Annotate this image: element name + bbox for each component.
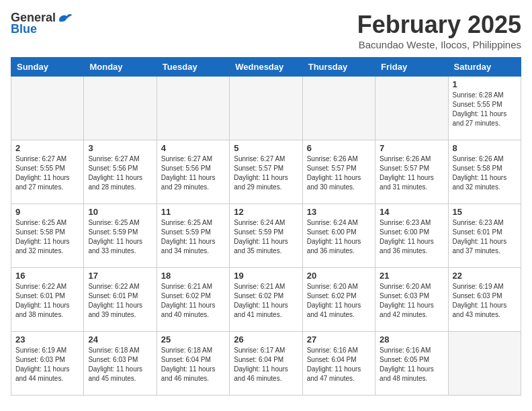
day-info: Sunrise: 6:25 AM Sunset: 5:59 PM Dayligh… xyxy=(161,218,225,256)
day-info: Sunrise: 6:16 AM Sunset: 6:05 PM Dayligh… xyxy=(380,346,443,383)
calendar-cell xyxy=(375,77,448,140)
calendar-cell xyxy=(302,77,375,140)
day-number: 13 xyxy=(307,207,371,217)
header: General Blue February 2025 Bacundao West… xyxy=(11,11,521,50)
calendar-cell: 5Sunrise: 6:27 AM Sunset: 5:57 PM Daylig… xyxy=(230,140,302,204)
calendar-header-saturday: Saturday xyxy=(448,58,521,77)
day-info: Sunrise: 6:23 AM Sunset: 6:00 PM Dayligh… xyxy=(380,218,443,256)
calendar-header-friday: Friday xyxy=(375,58,448,77)
day-info: Sunrise: 6:22 AM Sunset: 6:01 PM Dayligh… xyxy=(15,282,79,320)
calendar-cell: 22Sunrise: 6:19 AM Sunset: 6:03 PM Dayli… xyxy=(448,268,521,332)
calendar-cell: 18Sunrise: 6:21 AM Sunset: 6:02 PM Dayli… xyxy=(157,268,229,332)
calendar-cell xyxy=(448,332,521,396)
day-number: 10 xyxy=(88,207,152,217)
day-number: 23 xyxy=(15,334,79,345)
day-number: 8 xyxy=(453,143,517,153)
day-info: Sunrise: 6:19 AM Sunset: 6:03 PM Dayligh… xyxy=(453,282,517,320)
calendar-cell: 3Sunrise: 6:27 AM Sunset: 5:56 PM Daylig… xyxy=(84,140,157,204)
day-number: 20 xyxy=(307,271,371,281)
day-number: 9 xyxy=(15,207,79,217)
logo-bird-icon xyxy=(57,11,73,25)
day-info: Sunrise: 6:18 AM Sunset: 6:03 PM Dayligh… xyxy=(88,346,152,383)
logo-area: General Blue xyxy=(11,11,73,36)
day-info: Sunrise: 6:22 AM Sunset: 6:01 PM Dayligh… xyxy=(88,282,152,320)
day-number: 28 xyxy=(380,334,443,345)
calendar-cell: 14Sunrise: 6:23 AM Sunset: 6:00 PM Dayli… xyxy=(375,204,448,268)
day-info: Sunrise: 6:26 AM Sunset: 5:57 PM Dayligh… xyxy=(380,154,443,192)
calendar-cell: 15Sunrise: 6:23 AM Sunset: 6:01 PM Dayli… xyxy=(448,204,521,268)
day-number: 14 xyxy=(380,207,443,217)
calendar-cell: 12Sunrise: 6:24 AM Sunset: 5:59 PM Dayli… xyxy=(230,204,302,268)
calendar-week-3: 9Sunrise: 6:25 AM Sunset: 5:58 PM Daylig… xyxy=(11,204,521,268)
day-info: Sunrise: 6:25 AM Sunset: 5:59 PM Dayligh… xyxy=(88,218,152,256)
calendar-cell: 24Sunrise: 6:18 AM Sunset: 6:03 PM Dayli… xyxy=(84,332,157,396)
calendar-cell: 4Sunrise: 6:27 AM Sunset: 5:56 PM Daylig… xyxy=(157,140,229,204)
calendar-header-row: SundayMondayTuesdayWednesdayThursdayFrid… xyxy=(11,58,521,77)
calendar-cell: 13Sunrise: 6:24 AM Sunset: 6:00 PM Dayli… xyxy=(302,204,375,268)
location: Bacundao Weste, Ilocos, Philippines xyxy=(357,39,521,50)
day-info: Sunrise: 6:28 AM Sunset: 5:55 PM Dayligh… xyxy=(453,91,517,128)
day-info: Sunrise: 6:19 AM Sunset: 6:03 PM Dayligh… xyxy=(15,346,79,383)
day-info: Sunrise: 6:21 AM Sunset: 6:02 PM Dayligh… xyxy=(161,282,225,320)
day-number: 24 xyxy=(88,334,152,345)
day-number: 19 xyxy=(234,271,298,281)
calendar-week-2: 2Sunrise: 6:27 AM Sunset: 5:55 PM Daylig… xyxy=(11,140,521,204)
day-info: Sunrise: 6:27 AM Sunset: 5:56 PM Dayligh… xyxy=(88,154,152,192)
calendar-cell: 17Sunrise: 6:22 AM Sunset: 6:01 PM Dayli… xyxy=(84,268,157,332)
day-info: Sunrise: 6:20 AM Sunset: 6:03 PM Dayligh… xyxy=(380,282,443,320)
calendar-week-1: 1Sunrise: 6:28 AM Sunset: 5:55 PM Daylig… xyxy=(11,77,521,140)
month-year: February 2025 xyxy=(357,11,521,39)
day-number: 5 xyxy=(234,143,298,153)
day-number: 1 xyxy=(453,79,517,89)
day-info: Sunrise: 6:27 AM Sunset: 5:56 PM Dayligh… xyxy=(161,154,225,192)
day-number: 15 xyxy=(453,207,517,217)
calendar-cell: 27Sunrise: 6:16 AM Sunset: 6:04 PM Dayli… xyxy=(302,332,375,396)
calendar-cell xyxy=(11,77,84,140)
calendar-week-5: 23Sunrise: 6:19 AM Sunset: 6:03 PM Dayli… xyxy=(11,332,521,396)
day-number: 12 xyxy=(234,207,298,217)
calendar-cell: 1Sunrise: 6:28 AM Sunset: 5:55 PM Daylig… xyxy=(448,77,521,140)
calendar-cell: 26Sunrise: 6:17 AM Sunset: 6:04 PM Dayli… xyxy=(230,332,302,396)
day-info: Sunrise: 6:16 AM Sunset: 6:04 PM Dayligh… xyxy=(307,346,371,383)
calendar-cell xyxy=(84,77,157,140)
day-number: 2 xyxy=(15,143,79,153)
day-number: 6 xyxy=(307,143,371,153)
logo-blue-text: Blue xyxy=(11,22,37,36)
calendar-cell: 28Sunrise: 6:16 AM Sunset: 6:05 PM Dayli… xyxy=(375,332,448,396)
day-info: Sunrise: 6:27 AM Sunset: 5:57 PM Dayligh… xyxy=(234,154,298,192)
calendar: SundayMondayTuesdayWednesdayThursdayFrid… xyxy=(11,57,521,396)
calendar-cell: 2Sunrise: 6:27 AM Sunset: 5:55 PM Daylig… xyxy=(11,140,84,204)
calendar-header-wednesday: Wednesday xyxy=(230,58,302,77)
calendar-cell: 23Sunrise: 6:19 AM Sunset: 6:03 PM Dayli… xyxy=(11,332,84,396)
calendar-cell: 20Sunrise: 6:20 AM Sunset: 6:02 PM Dayli… xyxy=(302,268,375,332)
day-number: 4 xyxy=(161,143,225,153)
day-number: 16 xyxy=(15,271,79,281)
calendar-header-thursday: Thursday xyxy=(302,58,375,77)
calendar-cell xyxy=(230,77,302,140)
calendar-cell: 8Sunrise: 6:26 AM Sunset: 5:58 PM Daylig… xyxy=(448,140,521,204)
day-number: 21 xyxy=(380,271,443,281)
day-info: Sunrise: 6:26 AM Sunset: 5:58 PM Dayligh… xyxy=(453,154,517,192)
calendar-cell: 7Sunrise: 6:26 AM Sunset: 5:57 PM Daylig… xyxy=(375,140,448,204)
day-number: 18 xyxy=(161,271,225,281)
calendar-cell: 6Sunrise: 6:26 AM Sunset: 5:57 PM Daylig… xyxy=(302,140,375,204)
calendar-cell: 10Sunrise: 6:25 AM Sunset: 5:59 PM Dayli… xyxy=(84,204,157,268)
calendar-header-monday: Monday xyxy=(84,58,157,77)
day-info: Sunrise: 6:25 AM Sunset: 5:58 PM Dayligh… xyxy=(15,218,79,256)
calendar-cell: 9Sunrise: 6:25 AM Sunset: 5:58 PM Daylig… xyxy=(11,204,84,268)
calendar-header-tuesday: Tuesday xyxy=(157,58,229,77)
day-number: 22 xyxy=(453,271,517,281)
day-info: Sunrise: 6:17 AM Sunset: 6:04 PM Dayligh… xyxy=(234,346,298,383)
calendar-cell: 11Sunrise: 6:25 AM Sunset: 5:59 PM Dayli… xyxy=(157,204,229,268)
calendar-header-sunday: Sunday xyxy=(11,58,84,77)
day-info: Sunrise: 6:21 AM Sunset: 6:02 PM Dayligh… xyxy=(234,282,298,320)
day-info: Sunrise: 6:24 AM Sunset: 5:59 PM Dayligh… xyxy=(234,218,298,256)
calendar-cell: 25Sunrise: 6:18 AM Sunset: 6:04 PM Dayli… xyxy=(157,332,229,396)
calendar-week-4: 16Sunrise: 6:22 AM Sunset: 6:01 PM Dayli… xyxy=(11,268,521,332)
calendar-cell: 21Sunrise: 6:20 AM Sunset: 6:03 PM Dayli… xyxy=(375,268,448,332)
day-number: 27 xyxy=(307,334,371,345)
day-number: 11 xyxy=(161,207,225,217)
day-info: Sunrise: 6:20 AM Sunset: 6:02 PM Dayligh… xyxy=(307,282,371,320)
day-number: 7 xyxy=(380,143,443,153)
calendar-cell: 16Sunrise: 6:22 AM Sunset: 6:01 PM Dayli… xyxy=(11,268,84,332)
